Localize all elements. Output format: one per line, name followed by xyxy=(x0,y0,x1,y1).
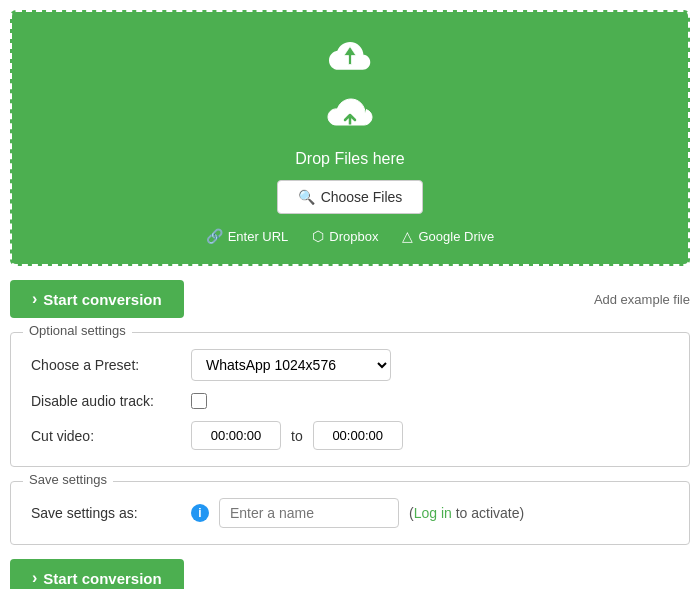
dropbox-label: Dropbox xyxy=(329,229,378,244)
optional-settings-panel: Optional settings Choose a Preset: Whats… xyxy=(10,332,690,467)
gdrive-icon: △ xyxy=(402,228,413,244)
cut-label: Cut video: xyxy=(31,428,181,444)
google-drive-link[interactable]: △ Google Drive xyxy=(402,228,494,244)
audio-row: Disable audio track: xyxy=(31,393,669,409)
start-label-top: Start conversion xyxy=(43,291,161,308)
preset-select[interactable]: WhatsApp 1024x576 Default Custom xyxy=(191,349,391,381)
to-separator: to xyxy=(291,428,303,444)
start-label-bottom: Start conversion xyxy=(43,570,161,587)
dropbox-link[interactable]: ⬡ Dropbox xyxy=(312,228,378,244)
cut-from-input[interactable] xyxy=(191,421,281,450)
drop-text: Drop Files here xyxy=(32,150,668,168)
choose-files-button[interactable]: 🔍 Choose Files xyxy=(277,180,424,214)
url-label: Enter URL xyxy=(228,229,289,244)
chevron-icon-bottom: › xyxy=(32,569,37,587)
preset-label: Choose a Preset: xyxy=(31,357,181,373)
save-label: Save settings as: xyxy=(31,505,181,521)
optional-settings-legend: Optional settings xyxy=(23,323,132,338)
search-icon: 🔍 xyxy=(298,189,315,205)
enter-url-link[interactable]: 🔗 Enter URL xyxy=(206,228,289,244)
gdrive-label: Google Drive xyxy=(418,229,494,244)
preset-row: Choose a Preset: WhatsApp 1024x576 Defau… xyxy=(31,349,669,381)
bottom-action-row: › Start conversion xyxy=(10,559,690,589)
choose-files-label: Choose Files xyxy=(321,189,403,205)
cut-video-row: Cut video: to xyxy=(31,421,669,450)
login-link[interactable]: Log in xyxy=(414,505,452,521)
cloud-upload-icon xyxy=(324,95,376,139)
start-conversion-button-top[interactable]: › Start conversion xyxy=(10,280,184,318)
start-conversion-button-bottom[interactable]: › Start conversion xyxy=(10,559,184,589)
save-settings-panel: Save settings Save settings as: i (Log i… xyxy=(10,481,690,545)
link-icon: 🔗 xyxy=(206,228,223,244)
upload-icon xyxy=(326,36,374,87)
audio-checkbox[interactable] xyxy=(191,393,207,409)
save-name-row: Save settings as: i (Log in to activate) xyxy=(31,498,669,528)
drop-zone[interactable]: Drop Files here 🔍 Choose Files 🔗 Enter U… xyxy=(10,10,690,266)
cut-to-input[interactable] xyxy=(313,421,403,450)
info-icon[interactable]: i xyxy=(191,504,209,522)
chevron-icon-top: › xyxy=(32,290,37,308)
save-name-input[interactable] xyxy=(219,498,399,528)
login-text: (Log in to activate) xyxy=(409,505,524,521)
dropbox-icon: ⬡ xyxy=(312,228,324,244)
top-action-row: › Start conversion Add example file xyxy=(10,280,690,318)
save-settings-legend: Save settings xyxy=(23,472,113,487)
audio-label: Disable audio track: xyxy=(31,393,181,409)
add-example-link[interactable]: Add example file xyxy=(594,292,690,307)
